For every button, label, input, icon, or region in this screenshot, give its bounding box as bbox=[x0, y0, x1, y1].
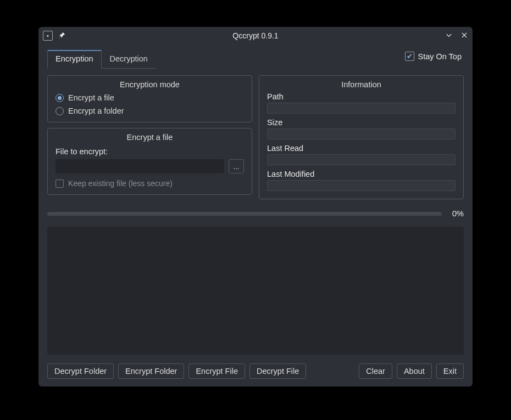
encryption-mode-options: Encrypt a file Encrypt a folder bbox=[55, 92, 244, 115]
file-to-encrypt-label: File to encrypt: bbox=[55, 147, 244, 156]
info-size-field: Size bbox=[267, 118, 456, 139]
panel-area: Encryption mode Encrypt a file Encrypt a… bbox=[47, 75, 464, 199]
encrypt-file-button[interactable]: Encrypt File bbox=[188, 363, 245, 379]
progress-row: 0% bbox=[47, 209, 464, 218]
info-last-read-value bbox=[267, 154, 456, 165]
checkbox-icon bbox=[55, 180, 64, 188]
clear-button[interactable]: Clear bbox=[359, 363, 392, 379]
radio-encrypt-file[interactable]: Encrypt a file bbox=[55, 93, 244, 102]
keep-existing-label: Keep existing file (less secure) bbox=[68, 179, 173, 188]
minimize-button[interactable] bbox=[445, 31, 453, 41]
tab-bar: Encryption Decryption bbox=[47, 50, 156, 69]
checkbox-icon bbox=[405, 52, 414, 61]
app-icon: • bbox=[43, 31, 53, 41]
pin-icon[interactable] bbox=[58, 31, 66, 41]
log-output[interactable] bbox=[47, 227, 464, 355]
radio-encrypt-folder-label: Encrypt a folder bbox=[68, 107, 124, 115]
info-size-label: Size bbox=[267, 118, 456, 127]
browse-button[interactable]: ... bbox=[229, 159, 244, 173]
radio-encrypt-folder[interactable]: Encrypt a folder bbox=[55, 107, 244, 115]
keep-existing-checkbox[interactable]: Keep existing file (less secure) bbox=[55, 179, 244, 188]
radio-icon bbox=[55, 107, 64, 115]
titlebar-left: • bbox=[43, 31, 66, 41]
info-last-modified-label: Last Modified bbox=[267, 170, 456, 178]
radio-icon bbox=[55, 94, 64, 102]
top-row: Encryption Decryption Stay On Top bbox=[47, 50, 464, 69]
info-path-value bbox=[267, 103, 456, 114]
tab-decryption[interactable]: Decryption bbox=[102, 50, 156, 68]
close-button[interactable] bbox=[460, 31, 468, 41]
information-group: Information Path Size Last Read Last bbox=[259, 75, 464, 199]
progress-bar bbox=[47, 212, 442, 216]
right-column: Information Path Size Last Read Last bbox=[259, 75, 464, 199]
window-title: Qccrypt 0.9.1 bbox=[38, 31, 473, 40]
left-column: Encryption mode Encrypt a file Encrypt a… bbox=[47, 75, 252, 199]
stay-on-top-checkbox[interactable]: Stay On Top bbox=[405, 50, 464, 61]
tab-encryption[interactable]: Encryption bbox=[47, 50, 102, 69]
info-path-label: Path bbox=[267, 92, 456, 101]
information-title: Information bbox=[267, 80, 456, 89]
encrypt-file-group: Encrypt a file File to encrypt: ... Keep… bbox=[47, 128, 252, 195]
encrypt-folder-button[interactable]: Encrypt Folder bbox=[118, 363, 184, 379]
info-last-read-field: Last Read bbox=[267, 144, 456, 165]
info-size-value bbox=[267, 128, 456, 139]
info-path-field: Path bbox=[267, 92, 456, 114]
bottom-bar: Decrypt Folder Encrypt Folder Encrypt Fi… bbox=[47, 363, 464, 379]
encryption-mode-title: Encryption mode bbox=[55, 80, 244, 89]
radio-encrypt-file-label: Encrypt a file bbox=[68, 93, 114, 102]
info-last-modified-field: Last Modified bbox=[267, 170, 456, 191]
info-last-modified-value bbox=[267, 180, 456, 191]
app-window: • Qccrypt 0.9.1 Encryption Decryption St… bbox=[38, 27, 473, 387]
file-path-input[interactable] bbox=[55, 159, 224, 173]
info-last-read-label: Last Read bbox=[267, 144, 456, 153]
exit-button[interactable]: Exit bbox=[436, 363, 464, 379]
titlebar-right bbox=[445, 31, 468, 41]
encrypt-file-title: Encrypt a file bbox=[55, 133, 244, 142]
decrypt-folder-button[interactable]: Decrypt Folder bbox=[47, 363, 114, 379]
titlebar[interactable]: • Qccrypt 0.9.1 bbox=[38, 27, 473, 44]
about-button[interactable]: About bbox=[397, 363, 432, 379]
encryption-mode-group: Encryption mode Encrypt a file Encrypt a… bbox=[47, 75, 252, 122]
stay-on-top-label: Stay On Top bbox=[418, 52, 462, 61]
decrypt-file-button[interactable]: Decrypt File bbox=[249, 363, 306, 379]
window-body: Encryption Decryption Stay On Top Encryp… bbox=[38, 44, 473, 387]
progress-percent: 0% bbox=[447, 209, 464, 218]
file-input-row: ... bbox=[55, 159, 244, 173]
